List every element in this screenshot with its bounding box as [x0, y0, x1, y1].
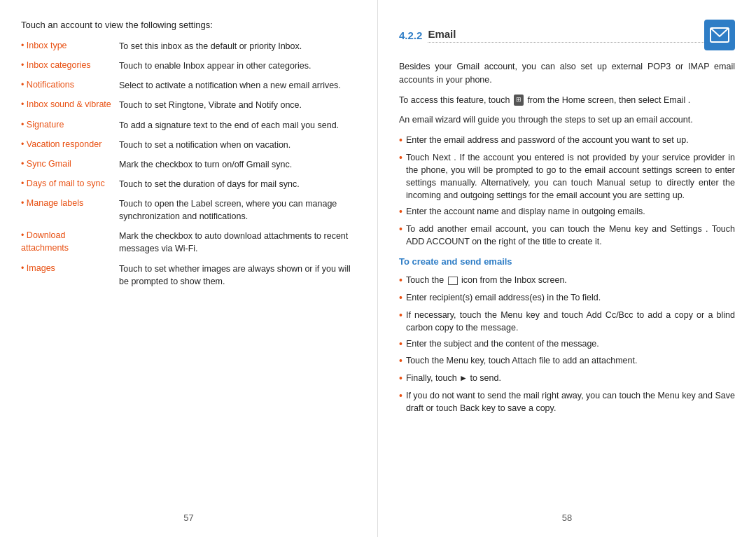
settings-row: ImagesTouch to set whether images are al…: [21, 263, 356, 288]
bullet-dot: •: [399, 205, 402, 219]
left-page: Touch an account to view the following s…: [0, 0, 378, 537]
bullet-text: To add another email account, you can to…: [406, 223, 735, 248]
list-item: •Enter the subject and the content of th…: [399, 337, 735, 351]
settings-row: Download attachmentsMark the checkbox to…: [21, 230, 356, 255]
bullet-text: If you do not want to send the mail righ…: [406, 389, 735, 414]
main-bullet-list: •Enter the email address and password of…: [399, 134, 735, 248]
bullet-text: Touch the Menu key, touch Attach file to…: [406, 354, 735, 367]
list-item: •Finally, touch ► to send.: [399, 372, 735, 386]
bullet-text: If necessary, touch the Menu key and tou…: [406, 309, 735, 334]
settings-desc: Touch to set whether images are always s…: [119, 263, 356, 288]
bullet-text: Finally, touch ► to send.: [406, 372, 735, 384]
page-intro: Touch an account to view the following s…: [21, 20, 356, 30]
settings-desc: Mark the checkbox to auto download attac…: [119, 230, 356, 255]
settings-desc: To set this inbox as the default or prio…: [119, 40, 356, 53]
grid-icon: ⊞: [514, 95, 524, 106]
right-page-number: 58: [399, 505, 735, 523]
settings-term: Manage labels: [21, 197, 119, 210]
settings-term: Images: [21, 263, 119, 275]
section-number: 4.2.2: [399, 29, 422, 41]
bullet-text: Enter the subject and the content of the…: [406, 337, 735, 350]
list-item: •Touch the Menu key, touch Attach file t…: [399, 354, 735, 368]
settings-term: Inbox sound & vibrate: [21, 99, 119, 111]
list-item: •Enter the email address and password of…: [399, 134, 735, 148]
settings-term: Signature: [21, 119, 119, 132]
settings-desc: Touch to open the Label screen, where yo…: [119, 197, 356, 223]
settings-row: NotificationsSelect to activate a notifi…: [21, 79, 356, 92]
settings-row: Sync GmailMark the checkbox to turn on/o…: [21, 158, 356, 171]
bullet-dot: •: [399, 274, 402, 288]
settings-desc: Touch to set Ringtone, Vibrate and Notif…: [119, 99, 356, 111]
settings-term: Download attachments: [21, 230, 119, 254]
bullet-dot: •: [399, 389, 402, 403]
settings-row: Inbox categoriesTouch to enable Inbox ap…: [21, 60, 356, 72]
para2-prefix: To access this feature, touch: [399, 95, 510, 105]
bullet-dot: •: [399, 151, 402, 165]
right-page: 4.2.2 Email Besides your Gmail account, …: [378, 0, 756, 537]
subsection-title: To create and send emails: [399, 255, 735, 269]
settings-desc: Touch to set the duration of days for ma…: [119, 178, 356, 190]
settings-term: Vacation responder: [21, 139, 119, 151]
bullet-dot: •: [399, 223, 402, 237]
settings-desc: Touch to set a notification when on vaca…: [119, 139, 356, 151]
para2-suffix: from the Home screen, then select Email …: [527, 95, 690, 105]
list-item: •Enter recipient(s) email address(es) in…: [399, 291, 735, 305]
page-container: Touch an account to view the following s…: [0, 0, 756, 537]
settings-term: Inbox type: [21, 40, 119, 53]
left-page-number: 57: [21, 505, 356, 523]
bullet-dot: •: [399, 372, 402, 386]
list-item: •To add another email account, you can t…: [399, 223, 735, 248]
list-item: •If you do not want to send the mail rig…: [399, 389, 735, 414]
send-arrow-icon: ►: [459, 372, 468, 384]
settings-desc: To add a signature text to the end of ea…: [119, 119, 356, 132]
send-bullet-list: •Touch the icon from the Inbox screen.•E…: [399, 274, 735, 414]
settings-term: Inbox categories: [21, 60, 119, 72]
settings-term: Notifications: [21, 79, 119, 92]
compose-icon: [448, 277, 458, 285]
settings-row: Vacation responderTouch to set a notific…: [21, 139, 356, 151]
bullet-text: Enter recipient(s) email address(es) in …: [406, 291, 735, 304]
settings-term: Days of mail to sync: [21, 178, 119, 190]
list-item: •Touch Next . If the account you entered…: [399, 151, 735, 202]
list-item: •If necessary, touch the Menu key and to…: [399, 309, 735, 334]
bullet-dot: •: [399, 309, 402, 323]
settings-desc: Select to activate a notification when a…: [119, 79, 356, 92]
settings-row: Days of mail to syncTouch to set the dur…: [21, 178, 356, 190]
bullet-text: Enter the account name and display name …: [406, 205, 735, 218]
section-title: Email: [428, 28, 704, 43]
list-item: •Touch the icon from the Inbox screen.: [399, 274, 735, 288]
para3: An email wizard will guide you through t…: [399, 113, 735, 127]
settings-term: Sync Gmail: [21, 158, 119, 171]
bullet-text: Enter the email address and password of …: [406, 134, 735, 146]
email-icon: [704, 20, 735, 50]
list-item: •Enter the account name and display name…: [399, 205, 735, 219]
settings-row: Manage labelsTouch to open the Label scr…: [21, 197, 356, 223]
settings-desc: Touch to enable Inbox appear in other ca…: [119, 60, 356, 72]
para2: To access this feature, touch ⊞ from the…: [399, 94, 735, 107]
right-body: Besides your Gmail account, you can also…: [399, 60, 735, 505]
bullet-dot: •: [399, 134, 402, 148]
settings-table: Inbox typeTo set this inbox as the defau…: [21, 40, 356, 505]
settings-row: Inbox typeTo set this inbox as the defau…: [21, 40, 356, 53]
para1: Besides your Gmail account, you can also…: [399, 60, 735, 87]
settings-row: Inbox sound & vibrateTouch to set Ringto…: [21, 99, 356, 111]
section-header: 4.2.2 Email: [399, 20, 735, 50]
bullet-text: Touch the icon from the Inbox screen.: [406, 274, 735, 286]
settings-row: SignatureTo add a signature text to the …: [21, 119, 356, 132]
settings-desc: Mark the checkbox to turn on/off Gmail s…: [119, 158, 356, 171]
bullet-dot: •: [399, 337, 402, 351]
bullet-dot: •: [399, 354, 402, 368]
bullet-text: Touch Next . If the account you entered …: [406, 151, 735, 202]
bullet-dot: •: [399, 291, 402, 305]
